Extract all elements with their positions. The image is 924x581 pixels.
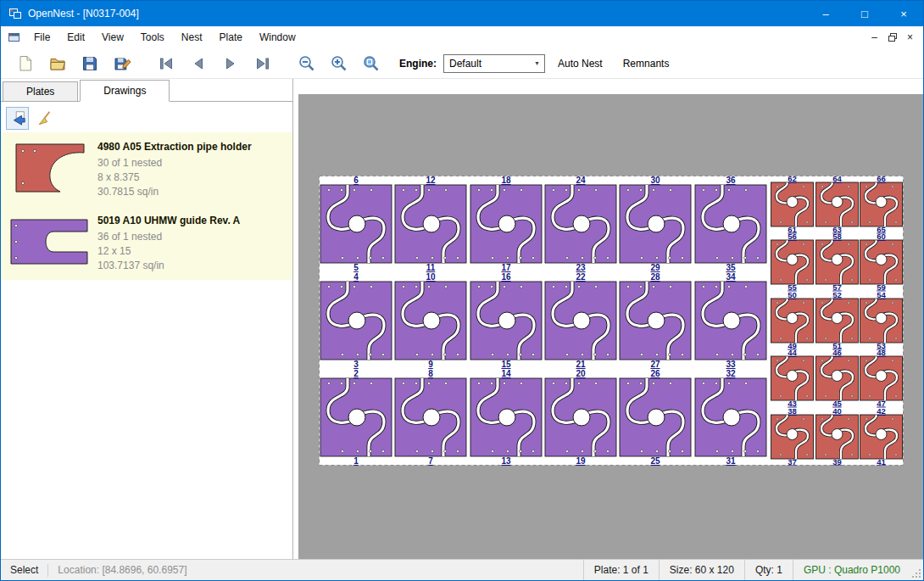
nest-tile[interactable]: 4443 — [771, 348, 814, 408]
nest-tile[interactable]: 2827 — [620, 272, 691, 369]
nest-tile[interactable]: 4847 — [860, 348, 903, 408]
part-thumbnail — [6, 138, 94, 199]
nest-tile[interactable]: 3029 — [620, 176, 691, 272]
mdi-restore-button[interactable] — [883, 29, 901, 46]
menu-file[interactable]: File — [25, 26, 58, 48]
nest-tile[interactable]: 6261 — [771, 176, 814, 234]
menu-tools[interactable]: Tools — [132, 26, 173, 48]
tab-drawings[interactable]: Drawings — [80, 80, 170, 102]
part-num: 25 — [650, 456, 660, 466]
first-plate-button[interactable] — [153, 51, 179, 76]
app-icon — [8, 7, 22, 20]
plate-sheet[interactable]: 65 1211 1817 2423 3029 3635 43 109 1615 … — [319, 176, 904, 466]
drawing-size: 8 x 8.375 — [97, 170, 252, 185]
zoom-out-button[interactable] — [294, 51, 320, 76]
mdi-minimize-button[interactable]: – — [866, 29, 883, 46]
window-title: OpenNest - [N0317-004] — [28, 8, 139, 20]
nest-tile[interactable]: 5857 — [816, 232, 859, 292]
go-next-icon — [221, 54, 240, 73]
part-num: 34 — [726, 272, 736, 282]
nest-tile[interactable]: 21 — [320, 369, 392, 466]
menu-edit[interactable]: Edit — [58, 26, 93, 48]
nest-tile[interactable]: 3635 — [695, 176, 766, 272]
nest-tile[interactable]: 3837 — [771, 406, 814, 466]
nest-tile[interactable]: 6665 — [860, 176, 903, 234]
zoom-in-button[interactable] — [326, 51, 352, 76]
engine-select[interactable]: Default ▼ — [443, 54, 545, 73]
part-num: 19 — [576, 456, 586, 466]
drawing-title: 5019 A10 UHMW guide Rev. A — [97, 215, 240, 226]
nest-tile[interactable]: 2221 — [545, 272, 616, 369]
save-as-button[interactable] — [109, 51, 135, 76]
nest-tile[interactable]: 6463 — [816, 176, 859, 234]
part-num: 6 — [353, 176, 359, 185]
nest-tile[interactable]: 4241 — [860, 406, 903, 466]
nest-tile[interactable]: 5049 — [771, 290, 814, 350]
menu-window[interactable]: Window — [251, 26, 304, 48]
zoom-extents-button[interactable] — [359, 51, 384, 76]
resize-grip[interactable] — [910, 560, 923, 580]
document-window-icon — [1, 26, 25, 48]
close-button[interactable]: × — [884, 1, 923, 26]
part-num: 30 — [650, 176, 660, 185]
clear-drawings-button[interactable] — [33, 107, 56, 130]
menu-view[interactable]: View — [93, 26, 132, 48]
mdi-close-button[interactable]: × — [901, 29, 919, 46]
menu-plate[interactable]: Plate — [211, 26, 251, 48]
minimize-button[interactable]: – — [806, 1, 845, 26]
nest-tile[interactable]: 3231 — [695, 369, 766, 466]
nest-tile[interactable]: 4645 — [816, 348, 859, 408]
part-num: 20 — [576, 369, 586, 378]
open-button[interactable] — [45, 51, 70, 76]
blue-arrow-icon — [9, 109, 26, 126]
part-num: 42 — [877, 406, 886, 416]
part-num: 46 — [832, 348, 842, 357]
status-mode: Select — [1, 560, 47, 580]
nest-tile[interactable]: 109 — [395, 272, 466, 369]
part-num: 66 — [877, 176, 886, 183]
mdi-window-controls: – × — [866, 26, 923, 48]
tab-plates[interactable]: Plates — [3, 81, 78, 101]
drawing-title: 4980 A05 Extraction pipe holder — [97, 141, 252, 153]
remnants-button[interactable]: Remnants — [615, 53, 677, 75]
nest-canvas[interactable]: 65 1211 1817 2423 3029 3635 43 109 1615 … — [298, 94, 923, 559]
maximize-button[interactable]: □ — [845, 1, 884, 26]
nest-tile[interactable]: 5251 — [816, 290, 859, 350]
new-document-icon — [16, 54, 35, 73]
send-to-nest-button[interactable] — [6, 107, 29, 130]
previous-plate-button[interactable] — [186, 51, 211, 76]
nest-tile[interactable]: 1211 — [395, 176, 466, 272]
restore-icon — [887, 31, 899, 43]
nest-tile[interactable]: 3433 — [695, 272, 766, 369]
statusbar: Select Location: [84.8696, 60.6957] Plat… — [1, 559, 923, 580]
nest-tile[interactable]: 4039 — [816, 406, 859, 466]
menu-nest[interactable]: Nest — [173, 26, 211, 48]
last-plate-button[interactable] — [250, 51, 276, 76]
drawing-item-purple[interactable]: 5019 A10 UHMW guide Rev. A 36 of 1 neste… — [1, 206, 292, 280]
nest-tile[interactable]: 2625 — [620, 369, 691, 466]
nest-tile[interactable]: 65 — [320, 176, 392, 272]
nest-tile[interactable]: 5655 — [771, 232, 814, 292]
nest-tile[interactable]: 43 — [320, 272, 392, 369]
nest-tile[interactable]: 2019 — [545, 369, 616, 466]
part-num: 35 — [726, 263, 736, 272]
nest-tile[interactable]: 87 — [395, 369, 466, 466]
app-window: OpenNest - [N0317-004] – □ × File Edit V… — [0, 0, 924, 581]
nest-tile[interactable]: 1615 — [470, 272, 542, 369]
nest-tile[interactable]: 1817 — [470, 176, 542, 272]
part-num: 18 — [501, 176, 511, 185]
next-plate-button[interactable] — [218, 51, 243, 76]
nest-tile[interactable]: 5453 — [860, 290, 903, 350]
auto-nest-button[interactable]: Auto Nest — [550, 53, 610, 75]
nest-tile[interactable]: 6059 — [860, 232, 903, 292]
nest-tile[interactable]: 1413 — [470, 369, 542, 466]
part-num: 54 — [877, 290, 886, 299]
red-part-thumbnail — [13, 141, 87, 195]
chevron-down-icon[interactable]: ▼ — [530, 60, 544, 66]
part-num: 52 — [832, 290, 842, 299]
resize-grip-icon — [911, 568, 921, 578]
drawing-item-red[interactable]: 4980 A05 Extraction pipe holder 30 of 1 … — [1, 132, 292, 206]
new-button[interactable] — [13, 51, 38, 76]
nest-tile[interactable]: 2423 — [545, 176, 616, 272]
save-button[interactable] — [77, 51, 103, 76]
